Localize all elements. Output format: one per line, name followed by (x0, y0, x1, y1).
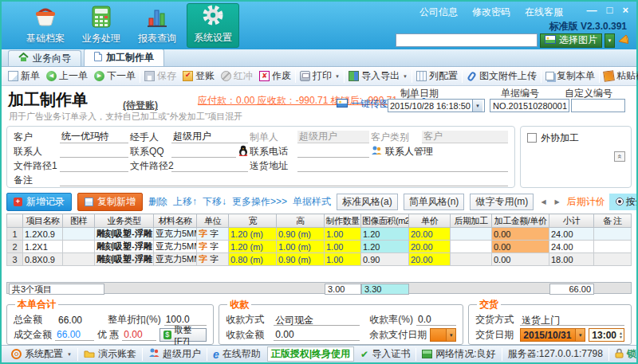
radio-icon[interactable] (616, 198, 624, 205)
phone-field[interactable] (297, 145, 369, 158)
cell-price[interactable]: 20.00 (409, 228, 451, 241)
lock-screen-button[interactable]: 锁 屏 (610, 347, 638, 361)
delivery-date-dropdown[interactable]: 2015/10/31▼ (520, 328, 585, 342)
import-export-button[interactable]: 导入导出▼ (345, 68, 411, 84)
pick-image-dropdown[interactable]: ▼ (605, 33, 615, 48)
cell-post-process[interactable] (451, 228, 492, 241)
path1-field[interactable] (60, 159, 128, 172)
custom-no-input[interactable] (571, 99, 625, 112)
contact-field[interactable] (60, 145, 128, 158)
cell-name[interactable]: 0.8X0.9 (23, 253, 63, 266)
collapse-panel-button[interactable]: « (614, 151, 625, 162)
address-field[interactable] (297, 159, 508, 172)
cell-process-amount[interactable]: 0.00 (492, 228, 549, 241)
cell-material[interactable]: 亚克力5MM (154, 241, 197, 253)
paste-screenshot-button[interactable]: 粘贴截图 (601, 68, 638, 84)
demo-account-button[interactable]: 演示账套 (79, 347, 141, 361)
chevron-down-icon[interactable]: ▼ (575, 329, 585, 341)
handler-field[interactable]: 超级用户 (171, 131, 248, 143)
style-standard-tab[interactable]: 标准风格(a) (337, 194, 398, 210)
path2-field[interactable] (171, 159, 248, 172)
prev-order-button[interactable]: 上一单 (43, 68, 91, 84)
cell-qty[interactable]: 1.00 (325, 241, 361, 253)
customer-field[interactable]: 统一优玛特 (60, 131, 128, 143)
register-button[interactable]: 登账 (179, 68, 218, 84)
cell-subtotal[interactable]: 18.00 (549, 253, 594, 266)
delivery-method-field[interactable]: 送货上门 (520, 314, 624, 326)
import-cert-button[interactable]: ✔导入证书 (356, 347, 415, 361)
cell-post-process[interactable] (451, 241, 492, 253)
copy-order-button[interactable]: 复制本单 (542, 68, 598, 84)
scroll-left-icon[interactable]: ◀ (539, 198, 547, 205)
cell-biz-type[interactable]: 雕刻吸塑-浮雕 (95, 253, 154, 266)
note-field[interactable] (60, 174, 508, 186)
cell-note[interactable] (594, 253, 632, 266)
chevron-down-icon[interactable]: ▼ (446, 329, 455, 341)
cell-qty[interactable]: 1.00 (325, 228, 361, 241)
payment-rate-field[interactable]: 0.0 (416, 314, 456, 326)
doc-style-link[interactable]: 单据样式 (293, 195, 331, 209)
menu-change-password[interactable]: 修改密码 (472, 6, 510, 19)
qq-field[interactable] (171, 145, 236, 158)
qq-icon[interactable] (238, 145, 248, 159)
tab-business-wizard[interactable]: 业务向导 (8, 50, 81, 66)
column-config-button[interactable]: 列配置 (413, 68, 461, 84)
cell-note[interactable] (594, 228, 632, 241)
doc-no-input[interactable]: NO.201510280001 (490, 99, 569, 112)
style-lettering-tab[interactable]: 做字专用(m) (470, 194, 534, 210)
spinner-arrows-icon[interactable]: ▲▼ (619, 331, 623, 339)
delete-link[interactable]: 删除 (148, 195, 167, 209)
next-order-button[interactable]: 下一单 (91, 68, 139, 84)
off-field[interactable]: 0.00 (122, 329, 156, 341)
delivery-time-spinner[interactable]: 13:00▲▼ (589, 328, 624, 342)
new-order-button[interactable]: 新单 (5, 68, 43, 84)
add-record-button[interactable]: +新增记录 (6, 193, 72, 211)
move-down-link[interactable]: 下移↓ (203, 195, 226, 209)
payment-method-field[interactable]: 公司现金 (274, 314, 360, 326)
move-up-link[interactable]: 上移↑ (173, 195, 197, 209)
cell-height[interactable]: 0.90 (m) (277, 228, 325, 241)
cell-area[interactable]: 1.20 (361, 241, 409, 253)
cell-pattern[interactable] (63, 241, 95, 253)
nav-system-settings[interactable]: 系统设置 (187, 3, 239, 48)
cell-process-amount[interactable]: 0.00 (492, 241, 549, 253)
nav-basic-archives[interactable]: 基础档案 (19, 3, 72, 48)
cell-note[interactable] (594, 241, 632, 253)
nav-reports[interactable]: 报表查询 (131, 3, 183, 48)
radio-by-amount[interactable]: 按金额 (616, 195, 636, 209)
cell-biz-type[interactable]: 雕刻吸塑-浮雕 (95, 241, 154, 253)
attachment-upload-button[interactable]: 图文附件上传 (463, 68, 540, 84)
current-user-button[interactable]: 超级用户 (144, 347, 206, 361)
maximize-button[interactable]: □ (607, 4, 613, 16)
cell-process-amount[interactable]: 0.00 (492, 253, 549, 266)
cell-unit[interactable]: 字字 (197, 228, 229, 241)
cell-area[interactable]: 0.90 (361, 253, 409, 266)
cell-area[interactable]: 1.20 (361, 228, 409, 241)
cell-height[interactable]: 0.90 (m) (277, 253, 325, 266)
minimize-button[interactable]: — (587, 4, 597, 16)
cell-name[interactable]: 1.2X1 (23, 241, 63, 253)
cell-subtotal[interactable]: 24.00 (549, 241, 594, 253)
cell-qty[interactable]: 1.00 (325, 253, 361, 266)
cell-height[interactable]: 1.00 (m) (277, 241, 325, 253)
cell-width[interactable]: 1.20 (m) (229, 228, 277, 241)
menu-online-service[interactable]: 在线客服 (525, 6, 563, 19)
balance-date-dropdown[interactable]: ▼ (430, 328, 456, 342)
deal-amount-field[interactable]: 66.00 (55, 329, 94, 341)
cell-width[interactable]: 1.20 (m) (229, 241, 277, 253)
cell-material[interactable]: 亚克力5MM (154, 228, 197, 241)
chevron-down-icon[interactable]: ▼ (472, 100, 482, 112)
online-help-button[interactable]: e在线帮助 (208, 347, 266, 361)
image-search-input[interactable] (396, 33, 538, 47)
cell-width[interactable]: 0.80 (m) (229, 253, 277, 266)
cell-price[interactable]: 20.00 (409, 253, 451, 266)
cell-name[interactable]: 1.2X0.9 (23, 228, 63, 241)
menu-company-info[interactable]: 公司信息 (419, 6, 458, 19)
checkbox-icon[interactable] (527, 133, 537, 143)
contact-manage-link[interactable]: 联系人管理 (371, 145, 508, 159)
payment-amount-field[interactable]: 0.00 (274, 329, 360, 341)
cell-price[interactable]: 20.00 (409, 241, 451, 253)
scroll-right-icon[interactable]: ▶ (553, 198, 561, 205)
close-button[interactable]: × (622, 4, 628, 16)
cell-unit[interactable]: 字字 (197, 253, 229, 266)
